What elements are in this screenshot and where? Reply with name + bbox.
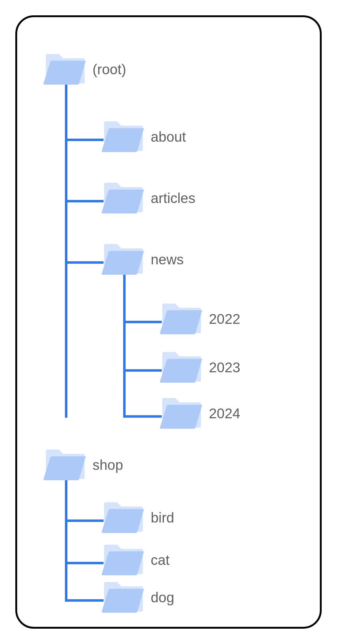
folder-label: 2023 (209, 359, 240, 376)
connector-line (123, 267, 126, 418)
diagram-frame: (root) about articles news (15, 15, 322, 629)
folder-node-bird: bird (101, 499, 174, 536)
folder-label: articles (151, 190, 195, 206)
connector-line (65, 139, 104, 141)
folder-label: cat (151, 552, 169, 568)
folder-icon (101, 118, 144, 155)
folder-label: news (151, 251, 184, 268)
connector-line (123, 415, 162, 418)
folder-label: (root) (93, 61, 126, 78)
folder-icon (101, 241, 144, 278)
connector-line (65, 599, 104, 602)
folder-icon (101, 499, 144, 536)
folder-node-dog: dog (101, 579, 174, 616)
connector-line (123, 321, 162, 323)
folder-icon (159, 349, 202, 386)
folder-label: dog (151, 589, 174, 606)
folder-icon (101, 542, 144, 578)
folder-node-cat: cat (101, 542, 169, 578)
folder-icon (101, 579, 144, 616)
folder-icon (159, 395, 202, 432)
folder-label: bird (151, 509, 174, 526)
folder-node-root: (root) (43, 51, 126, 88)
folder-node-2023: 2023 (159, 349, 240, 386)
folder-node-articles: articles (101, 180, 195, 217)
folder-icon (159, 301, 202, 337)
folder-label: 2022 (209, 311, 240, 327)
folder-node-news: news (101, 241, 184, 278)
connector-line (123, 369, 162, 372)
folder-node-shop: shop (43, 447, 123, 483)
folder-icon (43, 51, 86, 88)
folder-node-2022: 2022 (159, 301, 240, 337)
connector-line (65, 480, 67, 602)
folder-node-about: about (101, 118, 186, 155)
connector-line (65, 261, 104, 264)
folder-node-2024: 2024 (159, 395, 240, 432)
folder-label: 2024 (209, 405, 240, 422)
connector-line (65, 200, 104, 202)
folder-icon (43, 447, 86, 483)
folder-icon (101, 180, 144, 217)
folder-label: about (151, 128, 186, 145)
folder-label: shop (93, 457, 123, 473)
connector-line (65, 562, 104, 564)
connector-line (65, 84, 67, 418)
connector-line (65, 519, 104, 522)
